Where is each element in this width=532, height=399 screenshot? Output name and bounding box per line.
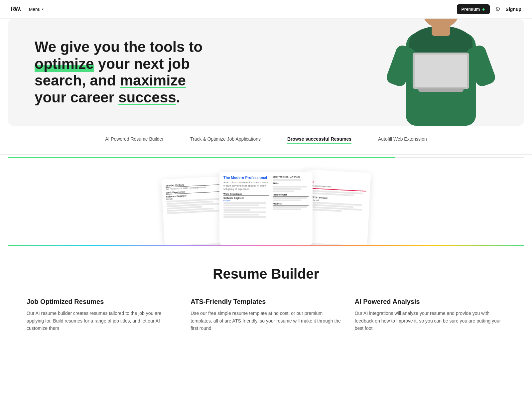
resume-center-job: Software Engineer [223,197,269,199]
hero-headline: We give you the tools to optimize your n… [35,39,221,106]
feature-desc-0: Our AI resume builder creates resumes ta… [27,310,177,332]
feature-title-2: AI Powered Analysis [355,298,505,306]
resume-builder-section: Resume Builder Job Optimized Resumes Our… [0,246,532,345]
resume-center-line2 [223,204,259,206]
tab-track-jobs[interactable]: Track & Optimize Job Applications [190,136,261,144]
tab-autofill[interactable]: Autofill Web Extenssion [378,136,427,144]
character-head [422,19,460,28]
section-title: Resume Builder [27,266,505,282]
feature-card-job-optimized: Job Optimized Resumes Our AI resume buil… [27,298,177,332]
resume-center-line7 [223,216,266,218]
logo[interactable]: RW. [11,6,21,13]
resume-center-skills-heading: Skills [273,182,309,185]
nav-left: RW. Menu ▾ [11,6,44,13]
resume-center-rline4 [273,191,294,192]
resume-center-right-col: San Francisco, CA 94109 Skills Technolog… [273,176,309,218]
resume-center-company: Google [223,200,269,201]
resume-center-rline6 [273,200,302,201]
resume-center-rline3 [273,188,302,190]
hero-character [384,19,497,126]
hero-highlight-success: success [118,89,176,105]
nav-right: Premium + ⚙ Signup [457,4,521,14]
resume-center-line5 [223,211,266,213]
resume-center-rline2 [273,186,307,188]
features-grid: Job Optimized Resumes Our AI resume buil… [27,298,505,332]
resume-center-left-col: The Modern Professional A two column res… [223,176,269,218]
premium-plus-icon: + [482,6,485,12]
resume-center-subtitle: A two column resume with a modern sense … [223,181,269,191]
signup-button[interactable]: Signup [506,7,521,12]
menu-button[interactable]: Menu ▾ [29,7,44,12]
character-laptop [413,53,469,89]
tab-browse-resumes[interactable]: Browse successful Resumes [287,136,351,144]
resume-center-line3 [223,207,266,208]
feature-desc-1: Use our free simple resume template at n… [191,310,341,332]
resume-center-we-heading: Work Experience [223,193,269,196]
premium-button[interactable]: Premium + [457,4,490,14]
feature-card-ats: ATS-Friendly Templates Use our free simp… [191,298,341,332]
settings-icon[interactable]: ⚙ [495,6,500,13]
character-wrapper [384,19,497,126]
resume-center-contact: San Francisco, CA 94109 [273,176,309,178]
feature-desc-2: Our AI integrations will analyze your re… [355,310,505,332]
feature-title-0: Job Optimized Resumes [27,298,177,306]
hero-highlight-optimize: optimize [35,56,94,72]
resume-center-projects-heading: Projects [273,202,309,205]
resume-center-title: The Modern Professional [223,176,269,180]
resume-center-rline8 [273,208,302,210]
resume-center-rline1 [273,179,302,181]
hero-highlight-maximize: maximize [120,72,186,88]
resume-center-tech-heading: Technologies [273,194,309,197]
resume-center-rline5 [273,197,307,199]
resume-center-line4 [223,209,250,211]
resume-center-rline7 [273,206,307,208]
resume-center-line1 [223,202,266,204]
resume-center-columns: The Modern Professional A two column res… [223,176,309,218]
hero-section: We give you the tools to optimize your n… [8,19,524,126]
feature-title-1: ATS-Friendly Templates [191,298,341,306]
navbar: RW. Menu ▾ Premium + ⚙ Signup [0,0,532,19]
tab-ai-resume[interactable]: AI Powered Resume Builder [105,136,164,144]
feature-card-ai: AI Powered Analysis Our AI integrations … [355,298,505,332]
resume-previews: The Get 'Er Done San Francisco, CA 94123… [0,158,532,245]
resume-center-line6 [223,214,259,215]
feature-tabs: AI Powered Resume Builder Track & Optimi… [0,126,532,155]
premium-label: Premium [462,7,480,12]
resume-card-center: The Modern Professional A two column res… [219,172,313,245]
hero-text: We give you the tools to optimize your n… [35,39,221,106]
menu-label: Menu [29,7,41,12]
chevron-down-icon: ▾ [42,7,44,11]
